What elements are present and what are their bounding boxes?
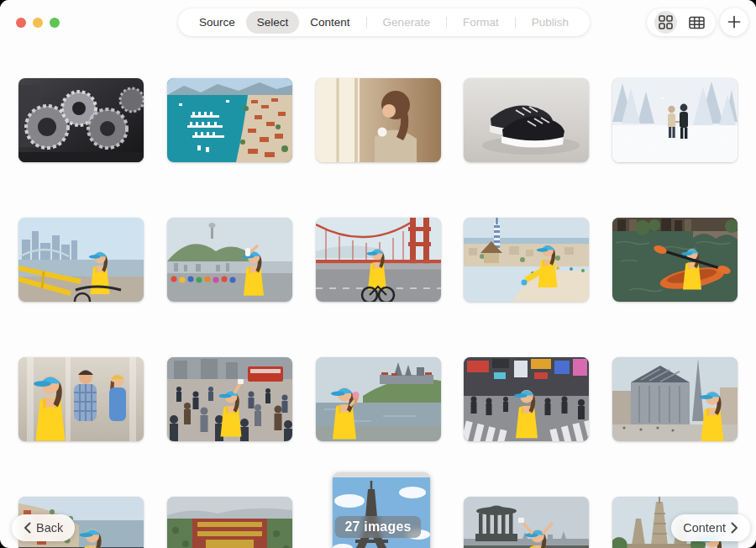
- back-button[interactable]: Back: [12, 514, 75, 541]
- tab-source[interactable]: Source: [188, 11, 246, 34]
- next-button-label: Content: [683, 521, 726, 535]
- thumbnail-sneakers[interactable]: [464, 78, 589, 162]
- chevron-left-icon: [24, 522, 31, 534]
- thumbnail-edinburgh-hill[interactable]: [464, 497, 589, 548]
- thumbnail-bike-promenade[interactable]: [18, 218, 144, 302]
- tab-select[interactable]: Select: [246, 11, 300, 34]
- tab-publish: Publish: [521, 11, 580, 34]
- tab-format: Format: [452, 11, 510, 34]
- tab-generate: Generate: [372, 11, 441, 34]
- thumbnail-street-trio[interactable]: [18, 357, 144, 441]
- table-view-icon: [689, 16, 705, 29]
- image-grid: [18, 78, 738, 548]
- table-view-button[interactable]: [685, 11, 708, 34]
- thumbnail-gears[interactable]: [18, 78, 144, 162]
- view-toggle: [647, 8, 716, 36]
- add-button[interactable]: [720, 8, 748, 36]
- tab-divider: [366, 17, 367, 29]
- close-button[interactable]: [16, 18, 26, 28]
- chevron-right-icon: [731, 522, 738, 534]
- titlebar: Source Select Content Generate Format Pu…: [0, 0, 756, 44]
- plus-icon: [727, 15, 741, 29]
- thumbnail-golden-gate[interactable]: [316, 218, 441, 302]
- selection-count-label: 27 images: [344, 519, 411, 534]
- content-next-button[interactable]: Content: [671, 514, 750, 541]
- selection-count-badge: 27 images: [334, 516, 421, 538]
- thumbnail-kayak[interactable]: [612, 218, 738, 302]
- thumbnail-prague-icecream[interactable]: [316, 357, 441, 441]
- tab-divider: [446, 17, 447, 29]
- thumbnail-marina[interactable]: [167, 78, 292, 162]
- thumbnail-snow-walk[interactable]: [612, 78, 738, 162]
- tab-divider: [515, 17, 516, 29]
- thumbnail-tokyo-crossing[interactable]: [464, 357, 589, 441]
- window-controls: [16, 18, 60, 28]
- thumbnail-coffee-window[interactable]: [316, 78, 441, 162]
- grid-view-icon: [659, 15, 673, 29]
- thumbnail-london-crowd[interactable]: [167, 357, 292, 441]
- back-button-label: Back: [36, 521, 63, 535]
- zoom-button[interactable]: [50, 18, 60, 28]
- thumbnail-seoul-drink[interactable]: [167, 218, 292, 302]
- grid-view-button[interactable]: [654, 11, 677, 34]
- wizard-step-tabs: Source Select Content Generate Format Pu…: [178, 8, 590, 36]
- thumbnail-vienna-cathedral[interactable]: [612, 357, 738, 441]
- tab-content[interactable]: Content: [299, 11, 360, 34]
- thumbnail-forbidden-city[interactable]: [167, 497, 292, 548]
- thumbnail-park-guell[interactable]: [464, 218, 589, 302]
- app-window: Source Select Content Generate Format Pu…: [0, 0, 756, 548]
- minimize-button[interactable]: [33, 18, 43, 28]
